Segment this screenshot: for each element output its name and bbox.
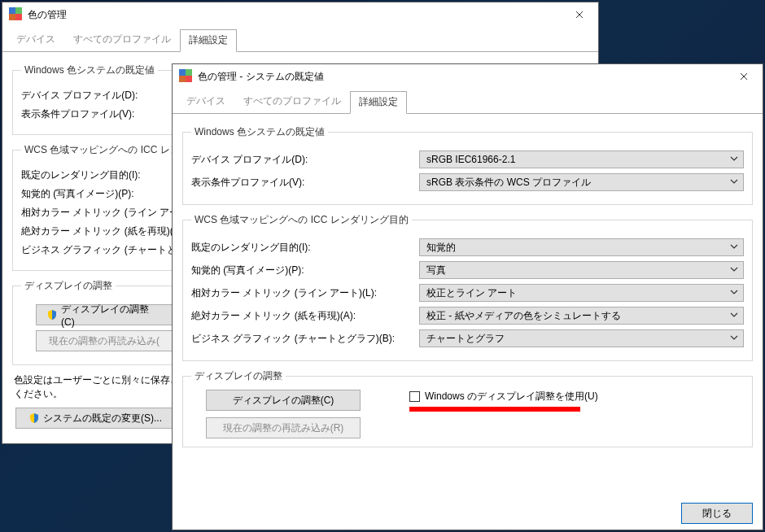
svg-rect-7 bbox=[186, 69, 192, 76]
sysdefault-button-label: システムの既定の変更(S)... bbox=[43, 412, 162, 425]
tab-advanced[interactable]: 詳細設定 bbox=[180, 29, 237, 52]
group-display-legend: ディスプレイの調整 bbox=[191, 369, 286, 383]
app-icon bbox=[9, 7, 22, 23]
default-rendering-label: 既定のレンダリング目的(I): bbox=[191, 241, 419, 255]
svg-rect-2 bbox=[15, 7, 22, 14]
reload-button: 現在の調整の再読み込み(R) bbox=[206, 417, 361, 438]
chevron-down-icon bbox=[730, 333, 738, 344]
close-icon[interactable] bbox=[725, 64, 763, 89]
relcol-select[interactable]: 校正とライン アート bbox=[419, 284, 744, 302]
close-button[interactable]: 閉じる bbox=[681, 503, 753, 524]
chevron-down-icon bbox=[730, 310, 738, 321]
perceptual-value: 写真 bbox=[426, 264, 446, 277]
chevron-down-icon bbox=[730, 154, 738, 165]
device-profile-value: sRGB IEC61966-2.1 bbox=[426, 154, 515, 165]
tab-devices[interactable]: デバイス bbox=[7, 28, 64, 51]
chevron-down-icon bbox=[730, 177, 738, 188]
checkbox-icon[interactable] bbox=[409, 391, 420, 402]
abscol-value: 校正 - 紙やメディアの色をシミュレートする bbox=[426, 309, 621, 323]
back-tabs: デバイス すべてのプロファイル 詳細設定 bbox=[2, 27, 598, 51]
svg-rect-1 bbox=[9, 7, 15, 14]
chevron-down-icon bbox=[730, 287, 738, 299]
use-windows-label: Windows のディスプレイ調整を使用(U) bbox=[425, 390, 598, 403]
back-group-defaults-legend: Windows 色システムの既定値 bbox=[21, 63, 158, 77]
calibrate-button[interactable]: ディスプレイの調整(C) bbox=[36, 304, 173, 325]
calibrate-button-label: ディスプレイの調整(C) bbox=[233, 394, 334, 408]
perceptual-select[interactable]: 写真 bbox=[419, 261, 744, 279]
app-icon bbox=[179, 69, 192, 85]
front-titlebar: 色の管理 - システムの既定値 bbox=[173, 64, 763, 89]
group-defaults-legend: Windows 色システムの既定値 bbox=[191, 125, 328, 139]
tab-devices[interactable]: デバイス bbox=[177, 90, 234, 113]
tab-advanced[interactable]: 詳細設定 bbox=[350, 91, 407, 114]
reload-button-label: 現在の調整の再読み込み( bbox=[49, 334, 160, 348]
svg-rect-3 bbox=[9, 14, 15, 20]
abscol-select[interactable]: 校正 - 紙やメディアの色をシミュレートする bbox=[419, 307, 744, 325]
sysdefault-button[interactable]: システムの既定の変更(S)... bbox=[15, 408, 175, 429]
calibrate-button[interactable]: ディスプレイの調整(C) bbox=[206, 390, 361, 411]
svg-rect-9 bbox=[186, 76, 192, 82]
tab-profiles[interactable]: すべてのプロファイル bbox=[234, 90, 350, 113]
tab-profiles[interactable]: すべてのプロファイル bbox=[64, 28, 180, 51]
use-windows-checkbox-row[interactable]: Windows のディスプレイ調整を使用(U) bbox=[409, 390, 598, 403]
relcol-label: 相対カラー メトリック (ライン アート)(L): bbox=[191, 286, 419, 300]
group-display: ディスプレイの調整 ディスプレイの調整(C) 現在の調整の再読み込み(R) Wi… bbox=[182, 369, 753, 447]
close-icon[interactable] bbox=[561, 2, 598, 27]
shield-icon bbox=[28, 412, 40, 424]
group-defaults: Windows 色システムの既定値 デバイス プロファイル(D): sRGB I… bbox=[182, 125, 753, 205]
back-titlebar: 色の管理 bbox=[2, 2, 598, 27]
front-title: 色の管理 - システムの既定値 bbox=[198, 70, 324, 84]
relcol-value: 校正とライン アート bbox=[426, 286, 517, 300]
front-tabs: デバイス すべてのプロファイル 詳細設定 bbox=[173, 89, 763, 113]
front-window: 色の管理 - システムの既定値 デバイス すべてのプロファイル 詳細設定 Win… bbox=[172, 63, 763, 530]
bizgfx-select[interactable]: チャートとグラフ bbox=[419, 329, 744, 347]
highlight-bar bbox=[409, 407, 580, 412]
back-title: 色の管理 bbox=[28, 8, 67, 22]
bizgfx-label: ビジネス グラフィック (チャートとグラフ)(B): bbox=[191, 332, 419, 346]
device-profile-select[interactable]: sRGB IEC61966-2.1 bbox=[419, 150, 744, 168]
svg-rect-6 bbox=[179, 69, 186, 76]
bizgfx-value: チャートとグラフ bbox=[426, 332, 505, 346]
chevron-down-icon bbox=[730, 242, 738, 253]
close-button-label: 閉じる bbox=[702, 507, 732, 521]
perceptual-label: 知覚的 (写真イメージ)(P): bbox=[191, 264, 419, 277]
viewing-cond-select[interactable]: sRGB 表示条件の WCS プロファイル bbox=[419, 173, 744, 191]
viewing-cond-value: sRGB 表示条件の WCS プロファイル bbox=[426, 176, 591, 190]
viewing-cond-label: 表示条件プロファイル(V): bbox=[191, 176, 419, 190]
chevron-down-icon bbox=[730, 264, 738, 276]
back-group-display-legend: ディスプレイの調整 bbox=[21, 279, 116, 293]
default-rendering-value: 知覚的 bbox=[426, 241, 456, 255]
group-wcs-legend: WCS 色域マッピングへの ICC レンダリング目的 bbox=[191, 213, 412, 227]
device-profile-label: デバイス プロファイル(D): bbox=[191, 153, 419, 167]
svg-rect-4 bbox=[15, 14, 22, 20]
svg-rect-8 bbox=[179, 76, 186, 82]
group-wcs: WCS 色域マッピングへの ICC レンダリング目的 既定のレンダリング目的(I… bbox=[182, 213, 753, 361]
reload-button: 現在の調整の再読み込み( bbox=[36, 330, 173, 351]
calibrate-button-label: ディスプレイの調整(C) bbox=[61, 303, 162, 328]
shield-icon bbox=[46, 309, 58, 321]
abscol-label: 絶対カラー メトリック (紙を再現)(A): bbox=[191, 309, 419, 323]
default-rendering-select[interactable]: 知覚的 bbox=[419, 238, 744, 256]
reload-button-label: 現在の調整の再読み込み(R) bbox=[223, 421, 344, 435]
